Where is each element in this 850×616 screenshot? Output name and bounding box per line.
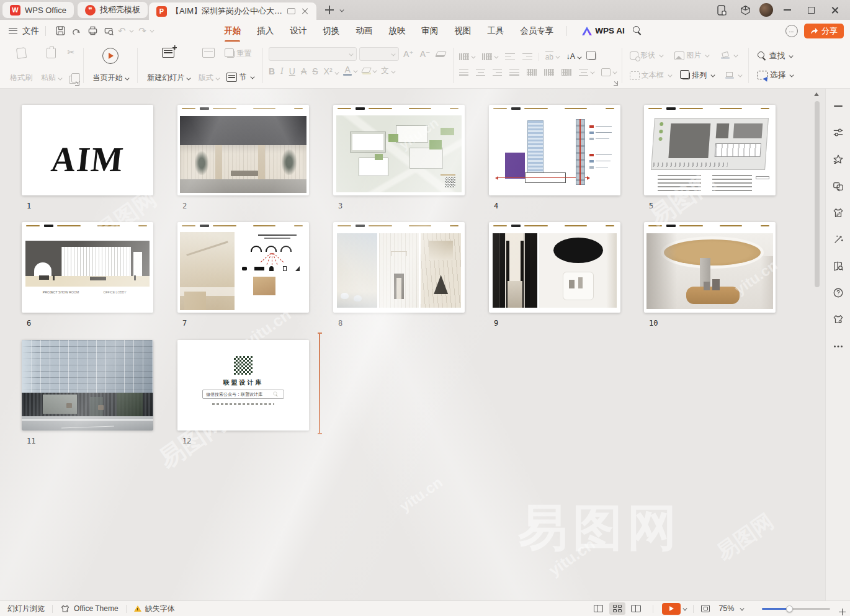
format-painter-button[interactable]: 格式刷 xyxy=(6,44,36,87)
paste-button[interactable]: 粘贴 xyxy=(37,44,65,87)
help-icon[interactable] xyxy=(785,25,798,37)
new-slide-button[interactable]: 新建幻灯片 xyxy=(143,44,194,87)
tab-insert[interactable]: 插入 xyxy=(250,22,280,40)
increase-font-button[interactable]: A⁺ xyxy=(401,47,416,61)
reset-button[interactable]: 重置 xyxy=(225,47,256,60)
play-from-current-button[interactable]: 当页开始 xyxy=(89,44,132,87)
redo-icon[interactable]: ↷ xyxy=(137,25,148,37)
tab-design[interactable]: 设计 xyxy=(283,22,313,40)
highlight-button[interactable] xyxy=(362,68,371,75)
undo-chevron-icon[interactable] xyxy=(129,29,133,32)
minimize-window-icon[interactable] xyxy=(778,2,797,18)
zoom-slider[interactable] xyxy=(762,608,830,610)
tab-wps-home[interactable]: W WPS Office xyxy=(2,2,74,18)
slide-thumbnail-7[interactable] xyxy=(177,222,309,313)
convert-smartart-icon[interactable] xyxy=(588,53,596,60)
tab-animation[interactable]: 动画 xyxy=(349,22,379,40)
export-pdf-icon[interactable] xyxy=(68,24,84,38)
row-spacing-up-icon[interactable] xyxy=(544,69,554,76)
zoom-slider-thumb[interactable] xyxy=(786,605,793,612)
missing-font-warning[interactable]: 缺失字体 xyxy=(134,604,175,614)
slide-thumbnail-3[interactable] xyxy=(333,105,465,195)
more-options-icon[interactable] xyxy=(832,340,844,352)
magic-wand-icon[interactable] xyxy=(832,233,844,246)
slide-thumbnail-12[interactable]: 联盟设计库 微信搜索公众号：联盟设计库 xyxy=(177,340,309,431)
vertical-align-icon[interactable] xyxy=(601,68,611,76)
tab-view[interactable]: 视图 xyxy=(447,22,478,40)
slide-thumbnail-6[interactable]: PROJECT SHOW ROOM OFFICE LOBBY xyxy=(22,222,153,313)
section-button[interactable]: 节 xyxy=(225,71,256,84)
zoom-chevron-icon[interactable] xyxy=(740,606,744,610)
font-size-combobox[interactable] xyxy=(359,47,399,61)
arrange-button[interactable]: 排列 xyxy=(680,69,716,82)
decrease-indent-icon[interactable] xyxy=(505,53,515,60)
object-properties-icon[interactable] xyxy=(832,127,844,139)
print-icon[interactable] xyxy=(84,24,101,38)
slide-thumbnail-11[interactable] xyxy=(22,340,153,431)
fit-to-window-button[interactable] xyxy=(701,605,710,612)
textbox-button[interactable]: 文本框 xyxy=(628,69,673,82)
line-spacing-icon[interactable] xyxy=(579,69,588,76)
numbered-list-icon[interactable] xyxy=(482,53,492,60)
find-button[interactable]: 查找 xyxy=(756,49,795,63)
close-document-tab-icon[interactable] xyxy=(302,7,309,15)
design-edit-icon[interactable] xyxy=(832,207,844,219)
close-window-icon[interactable] xyxy=(825,2,844,18)
slide-thumbnail-1[interactable]: AIM xyxy=(22,105,153,195)
tab-tools[interactable]: 工具 xyxy=(480,22,511,40)
help-circle-icon[interactable] xyxy=(832,287,844,299)
bullet-list-icon[interactable] xyxy=(459,53,469,60)
maximize-window-icon[interactable] xyxy=(802,2,820,18)
shape-switch-icon[interactable] xyxy=(832,180,844,192)
reading-view-button[interactable] xyxy=(628,602,644,615)
increase-indent-icon[interactable] xyxy=(522,53,532,60)
select-button[interactable]: 选择 xyxy=(756,68,795,82)
document-search-icon[interactable] xyxy=(832,260,844,272)
bold-button[interactable]: B xyxy=(269,66,275,76)
share-button[interactable]: 分享 xyxy=(804,24,844,38)
vertical-scrollbar[interactable] xyxy=(814,90,820,599)
distribute-icon[interactable] xyxy=(527,69,537,76)
search-icon[interactable] xyxy=(630,24,646,38)
tab-list-chevron-icon[interactable] xyxy=(340,7,344,11)
justify-icon[interactable] xyxy=(509,69,519,76)
new-tab-icon[interactable] xyxy=(325,6,334,14)
theme-button[interactable]: Office Theme xyxy=(60,604,119,614)
scrollbar-thumb[interactable] xyxy=(815,101,820,287)
slide-thumbnail-8[interactable] xyxy=(333,222,465,313)
slide-thumbnail-9[interactable] xyxy=(489,222,620,313)
char-spacing-button[interactable]: A xyxy=(301,66,306,76)
font-name-combobox[interactable] xyxy=(269,47,357,61)
fill-color-button[interactable] xyxy=(719,51,739,61)
slide-sorter-canvas[interactable]: AIM 1 2 xyxy=(0,89,825,600)
undo-icon[interactable]: ↶ xyxy=(117,25,127,37)
align-right-icon[interactable] xyxy=(493,69,502,76)
underline-button[interactable]: U xyxy=(289,66,295,76)
play-slideshow-button[interactable] xyxy=(662,603,681,615)
shapes-button[interactable]: 形状 xyxy=(628,49,664,62)
skin-settings-icon[interactable] xyxy=(832,313,844,326)
align-left-icon[interactable] xyxy=(459,69,468,76)
clipboard-group-expand-icon[interactable] xyxy=(75,81,79,86)
text-direction-button[interactable]: ab xyxy=(545,51,553,61)
outline-color-button[interactable] xyxy=(723,71,743,81)
row-spacing-down-icon[interactable] xyxy=(561,69,571,76)
superscript-button[interactable]: X² xyxy=(324,66,338,76)
cut-icon[interactable]: ✂ xyxy=(68,47,76,57)
tab-review[interactable]: 审阅 xyxy=(414,22,445,40)
decrease-font-button[interactable]: A⁻ xyxy=(418,47,432,61)
tab-docer-templates[interactable]: ❞ 找稻壳模板 xyxy=(78,2,148,18)
italic-button[interactable]: I xyxy=(280,66,284,76)
slide-thumbnail-2[interactable] xyxy=(177,105,309,195)
3d-cube-icon[interactable] xyxy=(736,2,754,18)
phonetic-guide-button[interactable]: 文 xyxy=(381,66,394,76)
align-center-icon[interactable] xyxy=(476,69,485,76)
save-icon[interactable] xyxy=(52,24,68,38)
font-color-button[interactable]: A xyxy=(343,66,352,76)
slide-thumbnail-4[interactable] xyxy=(489,105,620,195)
slide-thumbnail-10[interactable] xyxy=(644,222,776,313)
slide-thumbnail-5[interactable] xyxy=(644,105,776,195)
mobile-sync-icon[interactable] xyxy=(712,2,731,18)
user-avatar[interactable] xyxy=(759,3,773,17)
tab-slideshow[interactable]: 放映 xyxy=(382,22,412,40)
